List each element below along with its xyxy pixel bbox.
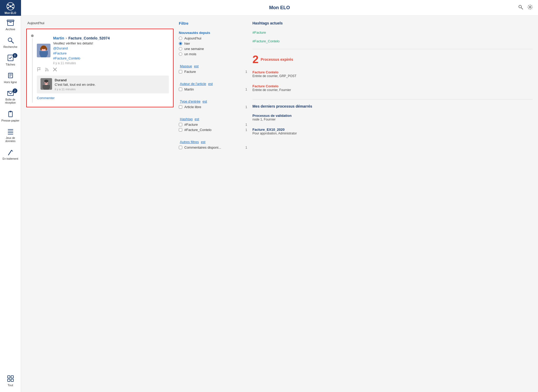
- topbar: Mon ELO: [21, 0, 538, 16]
- sidebar-item-presse-papier[interactable]: Presse-papier: [0, 107, 21, 125]
- hashtag-link-1[interactable]: #Facture: [252, 31, 533, 34]
- taches-badge: 8: [13, 53, 17, 58]
- en-traitement-icon: [6, 148, 15, 157]
- expired-count: 2: [252, 54, 258, 65]
- expired-process-title-1[interactable]: Facture Contelo: [252, 70, 533, 74]
- content-area: Aujourd'hui: [21, 16, 538, 392]
- sidebar-item-label: Presse-papier: [1, 119, 19, 122]
- hashtag-count-1: 1: [245, 123, 247, 127]
- hashtag2-text[interactable]: #Facture_Contelo: [53, 56, 80, 60]
- sidebar-item-label: Archive: [6, 28, 15, 31]
- check-label-article-libre: Article libre: [184, 105, 243, 109]
- sidebar-item-label: Tâches: [6, 63, 15, 66]
- post-hashtag2: #Facture_Contelo: [53, 56, 169, 60]
- derniers-panel-title: Mes derniers processus démarrés: [252, 104, 533, 108]
- post-mention: @Durand: [53, 46, 169, 50]
- divider-1: [252, 49, 533, 49]
- filter-group-nouveautes: Nouveautés depuis Aujourd'hui hier une s…: [179, 31, 247, 57]
- svg-rect-41: [39, 51, 48, 55]
- svg-rect-54: [43, 85, 50, 88]
- search-icon[interactable]: [518, 4, 523, 11]
- autres-title: Autres filtres est: [179, 140, 247, 144]
- radio-hier[interactable]: hier: [179, 42, 247, 46]
- post-meta: Martin › Facture_Contelo_52074 Veuillez …: [53, 36, 169, 65]
- sidebar-item-tout[interactable]: Tout: [0, 372, 21, 389]
- app-title: Mon ELO: [269, 5, 290, 11]
- sidebar-item-boite[interactable]: 2 Boîte de réception: [0, 86, 21, 107]
- check-facture[interactable]: Facture 1: [179, 70, 247, 74]
- sidebar-item-hors-ligne[interactable]: Hors ligne: [0, 69, 21, 86]
- type-link[interactable]: est: [202, 99, 207, 103]
- filter-group-auteur: Auteur de l'article est Martin 1: [179, 82, 247, 93]
- radio-label-hier: hier: [184, 42, 190, 46]
- derniers-process-title-2[interactable]: Facture_EX10_2020: [252, 128, 533, 132]
- auteur-title: Auteur de l'article est: [179, 82, 247, 86]
- masque-count: 1: [245, 70, 247, 74]
- radio-label-une-semaine: une semaine: [184, 47, 204, 51]
- hashtag-link-2[interactable]: #Facture_Contelo: [252, 39, 533, 43]
- check-label-martin: Martin: [184, 87, 243, 91]
- svg-line-14: [11, 41, 13, 43]
- svg-point-35: [529, 6, 531, 8]
- boite-badge: 2: [13, 88, 17, 93]
- comment-block: Durand C'est fait, tout est en ordre. il…: [37, 76, 169, 93]
- sidebar-item-archive[interactable]: Archive: [0, 16, 21, 33]
- flag-button[interactable]: [37, 67, 42, 73]
- hashtag-count-2: 1: [245, 128, 247, 132]
- filter-group-type: Type d'entrée est Article libre 1: [179, 99, 247, 110]
- hashtag1-text[interactable]: #Facture: [53, 51, 67, 55]
- post-doc-link[interactable]: Facture_Contelo_52074: [68, 36, 110, 40]
- radio-aujourd-hui[interactable]: Aujourd'hui: [179, 36, 247, 40]
- nouveautes-title: Nouveautés depuis: [179, 31, 247, 35]
- svg-rect-16: [8, 73, 13, 78]
- commenter-link[interactable]: Commenter: [37, 96, 55, 100]
- sidebar-item-label: Recherche: [3, 45, 17, 48]
- masque-link[interactable]: est: [194, 64, 199, 68]
- sidebar-item-taches[interactable]: 8 Tâches: [0, 51, 21, 69]
- sidebar-item-en-traitement[interactable]: En traitement: [0, 145, 21, 163]
- derniers-process-1: Processus de validation node 1, Fournier: [252, 114, 533, 121]
- feed-date: Aujourd'hui: [26, 21, 174, 25]
- expired-process-title-2[interactable]: Facture Contelo: [252, 84, 533, 88]
- right-panel: Hashtags actuels #Facture #Facture_Conte…: [252, 21, 533, 387]
- sidebar-item-label: Tout: [8, 384, 13, 387]
- radio-un-mois[interactable]: un mois: [179, 52, 247, 56]
- svg-rect-30: [11, 376, 13, 378]
- sidebar-item-jeux-donnees[interactable]: Jeux de données: [0, 125, 21, 145]
- radio-label-aujourd-hui: Aujourd'hui: [184, 36, 201, 40]
- check-commentaires[interactable]: Commentaires disponi... 1: [179, 145, 247, 149]
- type-count: 1: [245, 105, 247, 109]
- hashtag-link[interactable]: est: [195, 117, 199, 121]
- sidebar-logo[interactable]: Mon ELO: [0, 0, 21, 16]
- sidebar-item-label: Hors ligne: [4, 81, 17, 84]
- auteur-link[interactable]: est: [208, 82, 213, 86]
- svg-rect-11: [7, 20, 14, 21]
- feed-timeline: [31, 33, 34, 103]
- check-facture-contelo-hashtag[interactable]: #Facture_Contelo 1: [179, 128, 247, 132]
- autres-link[interactable]: est: [201, 140, 205, 144]
- expired-process-sub-1: Entrée de courrier, GRP_POST: [252, 74, 533, 78]
- comment-text: C'est fait, tout est en ordre.: [55, 83, 165, 87]
- filter-title: Filtre: [179, 21, 247, 26]
- sidebar-bottom: Tout: [0, 372, 21, 392]
- check-article-libre[interactable]: Article libre 1: [179, 105, 247, 109]
- close-button[interactable]: [53, 67, 57, 73]
- check-martin[interactable]: Martin 1: [179, 87, 247, 91]
- settings-icon[interactable]: [527, 4, 533, 11]
- check-facture-hashtag[interactable]: #Facture 1: [179, 123, 247, 127]
- radio-une-semaine[interactable]: une semaine: [179, 47, 247, 51]
- post-author[interactable]: Martin: [53, 36, 64, 40]
- feed-post: Martin › Facture_Contelo_52074 Veuillez …: [37, 33, 169, 103]
- topbar-icons: [518, 4, 533, 11]
- derniers-process-sub-2: Pour approbation, Administrator: [252, 132, 533, 135]
- derniers-process-title-1[interactable]: Processus de validation: [252, 114, 533, 118]
- svg-rect-31: [8, 379, 10, 381]
- check-label-facture-contelo-hashtag: #Facture_Contelo: [184, 128, 243, 132]
- mention-text[interactable]: @Durand: [53, 46, 68, 50]
- post-hashtag1: #Facture: [53, 51, 169, 55]
- filter-group-hashtag: Hashtag est #Facture 1 #Facture_Contelo …: [179, 117, 247, 133]
- sidebar-item-recherche[interactable]: Recherche: [0, 33, 21, 51]
- feed-button[interactable]: [45, 67, 49, 73]
- type-title: Type d'entrée est: [179, 99, 247, 103]
- svg-point-45: [45, 70, 46, 71]
